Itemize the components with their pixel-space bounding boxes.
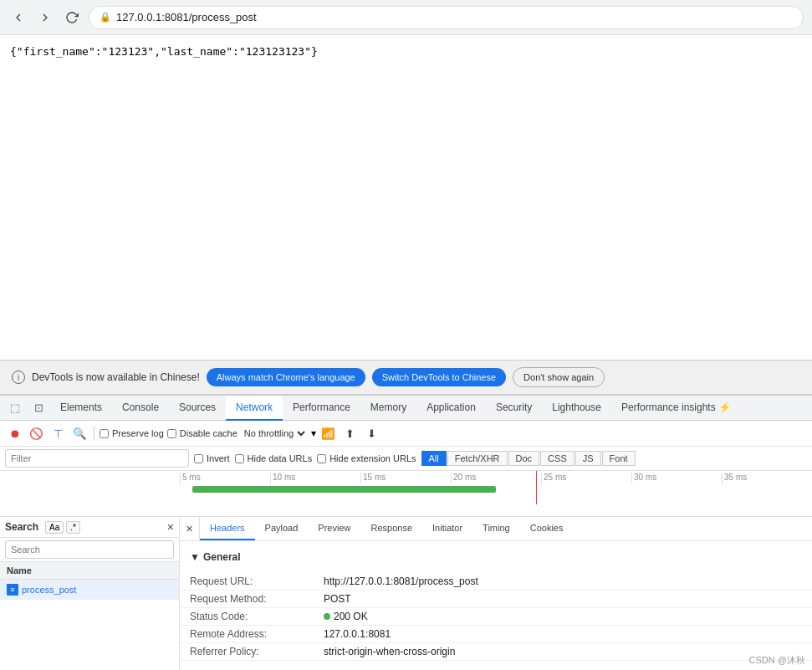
filter-tab-doc[interactable]: Doc [508, 451, 540, 466]
general-section-title: ▼ General [190, 548, 802, 566]
always-match-button[interactable]: Always match Chrome's language [207, 368, 365, 386]
hide-extension-urls-label: Hide extension URLs [329, 453, 416, 463]
tab-performance[interactable]: Performance [283, 396, 360, 421]
clear-button[interactable]: 🚫 [27, 424, 45, 442]
notification-text: DevTools is now available in Chinese! [32, 371, 200, 383]
search-match-case-button[interactable]: Aa [45, 521, 64, 534]
request-name: process_post [22, 585, 76, 595]
timeline-red-line [536, 471, 537, 504]
upload-icon[interactable]: ⬆ [341, 424, 360, 442]
filter-tab-all[interactable]: All [421, 451, 447, 466]
filter-button[interactable]: ⊤ [49, 424, 67, 442]
filter-input[interactable] [5, 449, 189, 468]
filter-tab-font[interactable]: Font [602, 451, 636, 466]
remote-label: Remote Address: [190, 628, 324, 640]
details-tab-payload[interactable]: Payload [255, 517, 309, 540]
status-value: 200 OK [324, 611, 802, 622]
filter-tab-js[interactable]: JS [575, 451, 601, 466]
reload-button[interactable] [62, 8, 82, 28]
ruler-mark-10ms: 10 ms [270, 473, 360, 484]
details-tab-headers[interactable]: Headers [200, 517, 255, 540]
search-close-button[interactable]: × [167, 520, 174, 534]
disable-cache-checkbox[interactable]: Disable cache [167, 428, 237, 438]
devtools-tab-bar: ⬚ ⊡ Elements Console Sources Network Per… [0, 396, 812, 421]
tab-security[interactable]: Security [486, 396, 542, 421]
tab-console[interactable]: Console [112, 396, 169, 421]
ruler-mark-15ms: 15 ms [360, 473, 451, 484]
back-button[interactable] [8, 8, 28, 28]
hide-data-urls-checkbox[interactable]: Hide data URLs [235, 453, 313, 463]
invert-input[interactable] [194, 454, 203, 463]
invert-label: Invert [207, 453, 230, 463]
details-content: ▼ General [180, 541, 812, 573]
hide-extension-urls-input[interactable] [317, 454, 326, 463]
address-bar[interactable]: 🔒 127.0.0.1:8081/process_post [89, 6, 804, 29]
stop-recording-button[interactable]: ⏺ [5, 424, 23, 442]
tab-elements[interactable]: Elements [50, 396, 112, 421]
tab-performance-insights[interactable]: Performance insights ⚡ [611, 396, 741, 421]
details-close-button[interactable]: × [180, 517, 200, 540]
url-label: Request URL: [190, 575, 324, 587]
switch-devtools-button[interactable]: Switch DevTools to Chinese [372, 368, 506, 386]
tab-memory[interactable]: Memory [360, 396, 416, 421]
invert-checkbox[interactable]: Invert [194, 453, 230, 463]
search-regex-button[interactable]: .* [66, 521, 80, 534]
search-input[interactable] [5, 540, 174, 559]
detail-row-status: Status Code: 200 OK [180, 608, 812, 626]
browser-chrome: 🔒 127.0.0.1:8081/process_post [0, 0, 812, 35]
remote-value: 127.0.0.1:8081 [324, 628, 802, 640]
hide-data-urls-input[interactable] [235, 454, 244, 463]
lock-icon: 🔒 [100, 12, 111, 23]
inspect-icon[interactable]: ⬚ [3, 396, 27, 421]
dont-show-button[interactable]: Don't show again [513, 367, 605, 387]
url-value: http://127.0.0.1:8081/process_post [324, 575, 802, 587]
tab-network[interactable]: Network [226, 396, 283, 421]
preserve-log-input[interactable] [100, 429, 109, 438]
forward-button[interactable] [35, 8, 55, 28]
ruler-mark-5ms: 5 ms [180, 473, 270, 484]
timeline-green-bar [192, 486, 496, 493]
details-tab-timing[interactable]: Timing [472, 517, 520, 540]
filter-tab-fetch-xhr[interactable]: Fetch/XHR [447, 451, 508, 466]
ruler-mark-20ms: 20 ms [451, 473, 541, 484]
filter-tab-css[interactable]: CSS [540, 451, 575, 466]
method-value: POST [324, 593, 802, 605]
status-dot [324, 613, 330, 620]
tab-lighthouse[interactable]: Lighthouse [542, 396, 611, 421]
details-tab-preview[interactable]: Preview [308, 517, 360, 540]
timeline-ruler: 5 ms 10 ms 15 ms 20 ms 25 ms 30 ms 35 ms [180, 473, 812, 484]
details-tabs: × Headers Payload Preview Response Initi… [180, 517, 812, 541]
general-rows: Request URL: http://127.0.0.1:8081/proce… [180, 573, 812, 661]
url-text: 127.0.0.1:8081/process_post [116, 11, 257, 23]
timeline-bar-area [180, 486, 812, 496]
search-button[interactable]: 🔍 [70, 424, 89, 442]
preserve-log-label: Preserve log [112, 428, 164, 438]
referrer-value: strict-origin-when-cross-origin [324, 646, 802, 657]
device-icon[interactable]: ⊡ [27, 396, 50, 421]
request-item-process-post[interactable]: ≡ process_post [0, 580, 179, 600]
request-list-header: Name [0, 562, 179, 580]
details-tab-response[interactable]: Response [360, 517, 422, 540]
search-panel: Search Aa .* × [0, 517, 179, 538]
download-icon[interactable]: ⬇ [363, 424, 381, 442]
info-icon: i [12, 371, 25, 384]
tab-application[interactable]: Application [416, 396, 486, 421]
tab-sources[interactable]: Sources [169, 396, 226, 421]
status-label: Status Code: [190, 611, 324, 622]
separator-1 [94, 427, 94, 440]
main-content: Search Aa .* × Name ≡ process_post [0, 517, 812, 670]
detail-row-remote: Remote Address: 127.0.0.1:8081 [180, 626, 812, 643]
details-tab-initiator[interactable]: Initiator [422, 517, 472, 540]
disable-cache-input[interactable] [167, 429, 176, 438]
ruler-mark-35ms: 35 ms [722, 473, 812, 484]
timeline-area: 5 ms 10 ms 15 ms 20 ms 25 ms 30 ms 35 ms [0, 471, 812, 517]
throttle-arrow: ▾ [311, 427, 316, 439]
hide-extension-urls-checkbox[interactable]: Hide extension URLs [317, 453, 416, 463]
referrer-label: Referrer Policy: [190, 646, 324, 657]
preserve-log-checkbox[interactable]: Preserve log [100, 428, 164, 438]
detail-row-url: Request URL: http://127.0.0.1:8081/proce… [180, 573, 812, 591]
wifi-icon[interactable]: 📶 [319, 424, 338, 442]
details-tab-cookies[interactable]: Cookies [520, 517, 574, 540]
network-toolbar: ⏺ 🚫 ⊤ 🔍 Preserve log Disable cache No th… [0, 421, 812, 447]
throttle-select[interactable]: No throttling Fast 3G Slow 3G [241, 427, 308, 439]
